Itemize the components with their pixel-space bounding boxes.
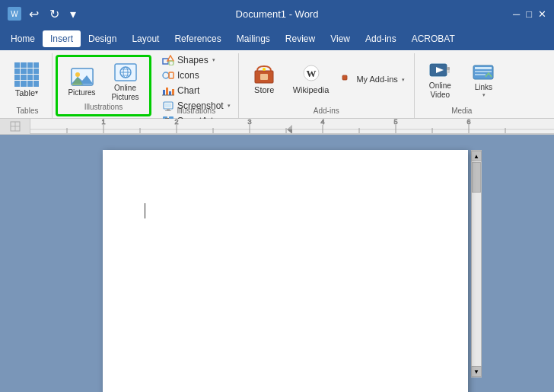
word-icon: W <box>8 7 21 21</box>
table-label: Table <box>15 88 35 97</box>
my-addins-label: My Add-ins <box>356 74 397 84</box>
menu-layout[interactable]: Layout <box>124 30 167 47</box>
menu-addins[interactable]: Add-ins <box>358 30 404 47</box>
my-addins-icon <box>341 74 353 86</box>
menu-insert[interactable]: Insert <box>43 30 81 47</box>
media-group-label: Media <box>415 107 509 115</box>
svg-rect-16 <box>163 90 165 95</box>
svg-text:6: 6 <box>466 119 470 126</box>
menu-references[interactable]: References <box>167 30 228 47</box>
chart-label: Chart <box>177 85 199 96</box>
links-arrow: ▾ <box>482 92 486 98</box>
addins-group-label: Add-ins <box>239 107 414 115</box>
svg-text:W: W <box>306 68 316 79</box>
left-margin <box>72 150 103 378</box>
ruler-marks: 1 2 3 4 5 6 <box>30 119 554 134</box>
svg-rect-41 <box>447 67 450 70</box>
shapes-button[interactable]: Shapes ▾ <box>159 53 234 67</box>
undo-button[interactable]: ↩ <box>26 5 42 23</box>
table-icon <box>14 62 39 87</box>
svg-rect-15 <box>169 72 174 78</box>
svg-text:3: 3 <box>247 119 251 126</box>
redo-button[interactable]: ↻ <box>46 5 62 23</box>
online-pictures-icon <box>113 62 138 84</box>
document-area: ▲ ▼ <box>0 135 554 392</box>
svg-rect-18 <box>169 91 171 95</box>
store-button[interactable]: Store <box>244 56 285 104</box>
ribbon-group-tables: Table ▾ Tables <box>3 53 53 118</box>
online-pictures-button[interactable]: Online Pictures <box>104 59 146 106</box>
svg-rect-17 <box>166 88 168 95</box>
store-label: Store <box>254 84 274 95</box>
online-video-label: Online Video <box>429 81 451 100</box>
online-video-button[interactable]: Online Video <box>419 56 461 104</box>
menu-review[interactable]: Review <box>278 30 323 47</box>
ruler-corner <box>0 119 30 134</box>
svg-text:5: 5 <box>393 119 397 126</box>
menu-home[interactable]: Home <box>3 30 43 47</box>
icons-button[interactable]: Icons <box>159 69 234 82</box>
svg-rect-45 <box>475 74 486 75</box>
pictures-icon <box>70 67 94 88</box>
ribbon-group-media: Online Video Links ▾ Media <box>415 53 509 118</box>
svg-rect-32 <box>260 74 268 80</box>
table-dropdown-arrow: ▾ <box>35 89 38 96</box>
table-button[interactable]: Table ▾ <box>8 54 46 106</box>
chart-button[interactable]: Chart <box>159 84 234 97</box>
close-button[interactable]: ✕ <box>538 8 546 20</box>
my-addins-button[interactable]: My Add-ins ▾ <box>336 69 409 91</box>
icons-icon <box>162 70 174 81</box>
ribbon: Table ▾ Tables Pictures <box>0 50 554 119</box>
restore-button[interactable]: □ <box>526 8 532 20</box>
shapes-label: Shapes <box>177 55 209 65</box>
menu-acrobat[interactable]: ACROBAT <box>404 30 463 47</box>
scroll-thumb[interactable] <box>472 162 481 193</box>
ruler-container: 1 2 3 4 5 6 <box>0 119 554 135</box>
icons-label: Icons <box>177 70 199 81</box>
svg-text:2: 2 <box>174 119 178 126</box>
menu-mailings[interactable]: Mailings <box>229 30 278 47</box>
shapes-arrow: ▾ <box>212 57 215 63</box>
wikipedia-label: Wikipedia <box>293 84 330 95</box>
scroll-down-button[interactable]: ▼ <box>471 366 482 377</box>
my-addins-arrow: ▾ <box>402 77 405 83</box>
quick-access-toolbar: W ↩ ↻ ▾ <box>8 5 79 23</box>
svg-rect-43 <box>475 67 492 69</box>
customize-button[interactable]: ▾ <box>67 5 79 23</box>
shapes-icon <box>162 55 174 65</box>
menu-design[interactable]: Design <box>81 30 124 47</box>
svg-rect-44 <box>475 71 492 72</box>
online-video-icon <box>428 60 451 81</box>
pictures-group-label: Illustrations <box>58 103 149 111</box>
text-cursor <box>145 203 145 218</box>
illustrations-group-label: Illustrations <box>154 107 238 115</box>
scroll-track <box>472 161 481 366</box>
minimize-button[interactable]: ─ <box>513 8 520 20</box>
ribbon-group-pictures: Pictures Online Pictures Illustrations <box>56 55 151 116</box>
ribbon-group-illustrations: Shapes ▾ Icons Chart <box>154 53 239 118</box>
document-page[interactable] <box>103 150 468 392</box>
svg-point-13 <box>169 61 174 65</box>
vertical-scrollbar[interactable]: ▲ ▼ <box>471 150 482 378</box>
scroll-up-button[interactable]: ▲ <box>471 151 482 161</box>
svg-text:4: 4 <box>320 119 324 126</box>
ribbon-group-addins: Store W Wikipedia My Add-ins ▾ Add-ins <box>239 53 415 118</box>
store-icon <box>253 63 275 84</box>
svg-marker-12 <box>167 56 174 61</box>
links-icon <box>472 62 495 83</box>
document-title: Document1 - Word <box>236 8 319 20</box>
pictures-label: Pictures <box>68 88 95 97</box>
window-controls: ─ □ ✕ <box>513 8 546 20</box>
links-label: Links <box>475 83 492 92</box>
svg-text:1: 1 <box>101 119 105 126</box>
menu-view[interactable]: View <box>323 30 358 47</box>
svg-point-14 <box>163 72 169 78</box>
svg-point-2 <box>75 72 80 77</box>
pictures-button[interactable]: Pictures <box>61 59 103 106</box>
svg-rect-19 <box>172 89 174 95</box>
links-button[interactable]: Links ▾ <box>463 56 505 104</box>
ruler: 1 2 3 4 5 6 <box>30 119 554 134</box>
title-bar: W ↩ ↻ ▾ Document1 - Word ─ □ ✕ <box>0 0 554 27</box>
wikipedia-button[interactable]: W Wikipedia <box>288 56 334 104</box>
ruler-corner-icon <box>10 121 21 132</box>
